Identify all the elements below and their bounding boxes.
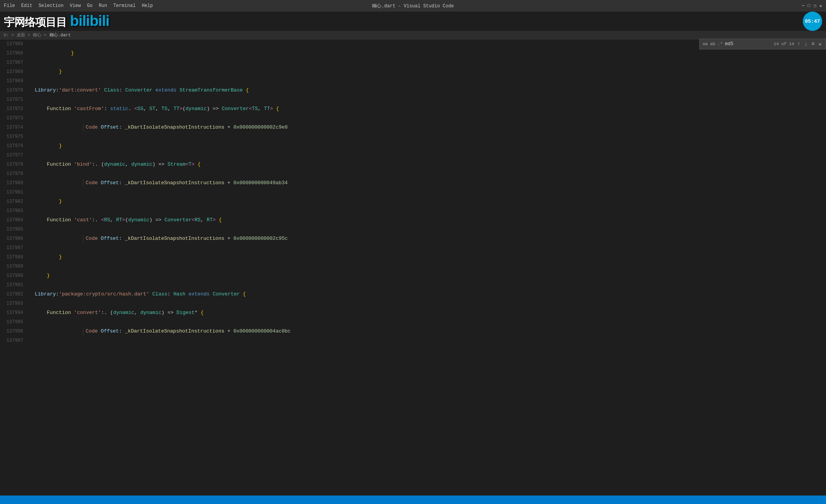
line-content <box>31 114 826 123</box>
search-next-button[interactable]: ↓ <box>804 41 808 47</box>
line-content: Code Offset: _kDartIsolateSnapshotInstru… <box>31 123 826 132</box>
line-content <box>31 58 826 67</box>
table-row: 137980 Code Offset: _kDartIsolateSnapsho… <box>0 178 826 188</box>
line-number: 137988 <box>0 253 31 262</box>
table-row: 137969 <box>0 76 826 86</box>
line-number: 137994 <box>0 308 31 317</box>
line-content <box>31 262 826 271</box>
table-row: 137983 <box>0 206 826 216</box>
line-content <box>31 95 826 104</box>
search-regex[interactable]: .* <box>717 42 722 46</box>
line-content: } <box>31 141 826 151</box>
line-content <box>31 206 826 216</box>
search-more-button[interactable]: ≡ <box>811 41 815 47</box>
search-bar[interactable]: Aa ab .* 14 of 14 ↑ ↓ ≡ ✕ <box>699 39 826 49</box>
breadcrumb-file: 糊心.dart <box>49 32 71 38</box>
menu-file[interactable]: File <box>4 3 15 8</box>
search-match-case[interactable]: ab <box>710 42 715 46</box>
line-number: 137984 <box>0 216 31 225</box>
menu-terminal[interactable]: Terminal <box>113 3 136 8</box>
table-row: 137968 } <box>0 67 826 76</box>
logo: 宇网络项目目 bilibili <box>4 13 109 30</box>
table-row: 137977 <box>0 151 826 160</box>
line-content <box>31 132 826 141</box>
line-number: 137975 <box>0 132 31 141</box>
breadcrumb-path: D: > 桌面 > 糊心 > <box>4 32 46 38</box>
table-row: 137976 } <box>0 141 826 151</box>
line-number: 137974 <box>0 123 31 132</box>
line-content: Code Offset: _kDartIsolateSnapshotInstru… <box>31 234 826 243</box>
table-row: 137987 <box>0 243 826 253</box>
maximize-icon[interactable]: □ <box>807 3 810 9</box>
table-row: 137967 <box>0 58 826 67</box>
menu-edit[interactable]: Edit <box>21 3 32 8</box>
line-number: 137972 <box>0 104 31 114</box>
table-row: 137975 <box>0 132 826 141</box>
table-row: 137995 <box>0 317 826 327</box>
restore-icon[interactable]: ❐ <box>814 3 816 9</box>
line-content: Function 'castFrom': static. <SS, ST, TS… <box>31 104 826 114</box>
line-content: Function 'cast':. <RS, RT>(dynamic) => C… <box>31 216 826 225</box>
table-row: 137988 } <box>0 253 826 262</box>
titlebar: File Edit Selection View Go Run Terminal… <box>0 0 826 12</box>
line-number: 137977 <box>0 151 31 160</box>
menu-run[interactable]: Run <box>99 3 107 8</box>
line-content <box>31 188 826 197</box>
line-number: 137965 <box>0 39 31 49</box>
table-row: 137986 Code Offset: _kDartIsolateSnapsho… <box>0 234 826 243</box>
table-row: 137982 } <box>0 197 826 206</box>
line-number: 137969 <box>0 76 31 86</box>
line-number: 137980 <box>0 178 31 188</box>
window-title: 糊心.dart - Visual Studio Code <box>372 3 454 9</box>
logo-prefix: 宇网络项目目 <box>4 16 66 28</box>
line-number: 137986 <box>0 234 31 243</box>
table-row: 137984 Function 'cast':. <RS, RT>(dynami… <box>0 216 826 225</box>
table-row: 137978 Function 'bind':. (dynamic, dynam… <box>0 160 826 169</box>
line-content <box>31 76 826 86</box>
table-row: 137974 Code Offset: _kDartIsolateSnapsho… <box>0 123 826 132</box>
line-content: } <box>31 271 826 280</box>
line-content: Function 'convert':. (dynamic, dynamic) … <box>31 308 826 317</box>
search-prev-button[interactable]: ↑ <box>796 41 801 47</box>
line-number: 137991 <box>0 280 31 290</box>
line-number: 137987 <box>0 243 31 253</box>
close-icon[interactable]: ✕ <box>819 3 822 9</box>
minimize-icon[interactable]: ─ <box>802 3 804 9</box>
search-count: 14 of 14 <box>774 42 794 46</box>
code-container: 137965 137966 } 137967 137968 } 137969 <box>0 39 826 345</box>
table-row: 137992 Library:'package:crypto/src/hash.… <box>0 290 826 299</box>
table-row: 137973 <box>0 114 826 123</box>
breadcrumb: D: > 桌面 > 糊心 > 糊心.dart <box>0 31 826 39</box>
table-row: 137990 } <box>0 271 826 280</box>
search-close-button[interactable]: ✕ <box>818 41 823 48</box>
menu-selection[interactable]: Selection <box>39 3 64 8</box>
window-controls[interactable]: ─ □ ❐ ✕ <box>802 3 822 9</box>
line-number: 137996 <box>0 327 31 336</box>
line-content: Library:'dart:convert' Class: Converter … <box>31 86 826 95</box>
table-row: 137996 Code Offset: _kDartIsolateSnapsho… <box>0 327 826 336</box>
menu-view[interactable]: View <box>70 3 81 8</box>
table-row: 137972 Function 'castFrom': static. <SS,… <box>0 104 826 114</box>
menu-go[interactable]: Go <box>87 3 92 8</box>
line-content: } <box>31 67 826 76</box>
line-content <box>31 243 826 253</box>
line-content: } <box>31 253 826 262</box>
avatar-time: 05:47 <box>805 19 820 24</box>
line-number: 137997 <box>0 336 31 345</box>
line-content <box>31 336 826 345</box>
menu-bar[interactable]: File Edit Selection View Go Run Terminal… <box>4 3 153 8</box>
table-row: 137981 <box>0 188 826 197</box>
table-row: 137993 <box>0 299 826 308</box>
line-content <box>31 169 826 178</box>
table-row: 137991 <box>0 280 826 290</box>
line-number: 137993 <box>0 299 31 308</box>
search-input[interactable] <box>725 41 772 47</box>
line-content: Code Offset: _kDartIsolateSnapshotInstru… <box>31 327 826 336</box>
table-row: 137989 <box>0 262 826 271</box>
table-row: 137985 <box>0 225 826 234</box>
menu-help[interactable]: Help <box>142 3 153 8</box>
line-number: 137966 <box>0 49 31 58</box>
table-row: 137979 <box>0 169 826 178</box>
table-row: 137970 Library:'dart:convert' Class: Con… <box>0 86 826 95</box>
logo-bilibili: bilibili <box>70 13 109 29</box>
